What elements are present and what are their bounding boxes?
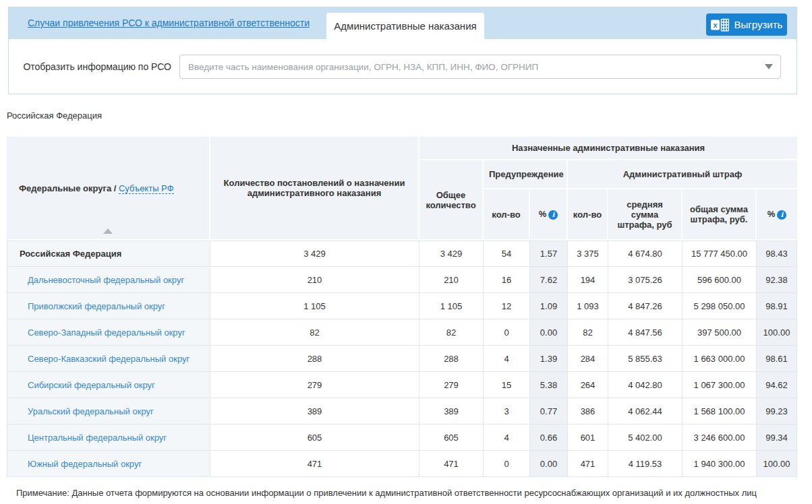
cell-region: Российская Федерация: [7, 241, 210, 267]
cell-fine_pct: 98.91: [757, 293, 797, 319]
svg-text:x: x: [713, 21, 718, 29]
cell-fine_pct: 94.62: [757, 372, 797, 398]
cell-fine_sum: 1 940 300.00: [683, 451, 757, 477]
excel-icon: x: [711, 18, 729, 32]
cell-fine_sum: 1 663 000.00: [683, 346, 757, 372]
cell-fine_avg: 5 402.00: [608, 424, 683, 451]
header-warn-pct: %i: [530, 189, 568, 241]
cell-fine_avg: 3 075.26: [608, 267, 683, 293]
cell-fine_count: 194: [568, 267, 608, 293]
cell-fine_pct: 99.34: [757, 424, 797, 451]
region-link[interactable]: Уральский федеральный округ: [28, 406, 154, 416]
cell-fine_sum: 1 067 300.00: [683, 372, 757, 398]
cell-fine_pct: 100.00: [757, 319, 797, 346]
cell-decrees: 210: [210, 267, 419, 293]
region-link[interactable]: Приволжский федеральный округ: [28, 301, 165, 311]
cell-warn_count: 3: [484, 398, 530, 424]
cell-total: 288: [419, 346, 484, 372]
info-icon[interactable]: i: [777, 210, 786, 220]
table-row: Северо-Западный федеральный округ828200.…: [7, 319, 797, 346]
header-total: Общее количество: [419, 160, 484, 241]
header-fine-avg: средняя сумма штрафа, руб: [608, 189, 683, 241]
cell-total: 210: [419, 267, 484, 293]
cell-region: Дальневосточный федеральный округ: [7, 267, 210, 293]
header-decrees: Количество постановлений о назначении ад…: [210, 137, 419, 241]
cell-fine_sum: 1 568 100.00: [683, 398, 757, 424]
header-fine-pct: %i: [757, 189, 797, 241]
cell-warn_count: 12: [484, 293, 530, 319]
cell-total: 82: [419, 319, 484, 346]
cell-warn_pct: 0.00: [530, 451, 568, 477]
cell-fine_sum: 5 298 050.00: [683, 293, 757, 319]
rso-select: [179, 55, 781, 79]
export-label: Выгрузить: [734, 19, 783, 30]
cell-warn_count: 16: [484, 267, 530, 293]
chevron-down-icon[interactable]: [765, 64, 773, 69]
cell-fine_pct: 98.43: [757, 241, 797, 267]
cell-decrees: 1 105: [210, 293, 419, 319]
cell-warn_count: 15: [484, 372, 530, 398]
cell-fine_count: 601: [568, 424, 608, 451]
region-label: Российская Федерация: [7, 111, 102, 121]
header-warn-count: кол-во: [484, 189, 530, 241]
cell-fine_pct: 99.23: [757, 398, 797, 424]
cell-fine_avg: 5 855.63: [608, 346, 683, 372]
cell-fine_sum: 397 500.00: [683, 319, 757, 346]
cell-decrees: 389: [210, 398, 419, 424]
cell-fine_count: 3 375: [568, 241, 608, 267]
cell-warn_pct: 5.38: [530, 372, 568, 398]
table-row: Приволжский федеральный округ1 1051 1051…: [7, 293, 797, 319]
cell-fine_avg: 4 674.80: [608, 241, 683, 267]
region-link[interactable]: Южный федеральный округ: [28, 459, 142, 469]
header-fine-sum: общая сумма штрафа, руб.: [683, 189, 757, 241]
header-group-warning: Предупреждение: [484, 160, 568, 189]
cell-total: 471: [419, 451, 484, 477]
region-link[interactable]: Дальневосточный федеральный округ: [28, 275, 184, 285]
table-row: Российская Федерация3 4293 429541.573 37…: [7, 241, 797, 267]
table-row: Северо-Кавказский федеральный округ28828…: [7, 346, 797, 372]
table-row: Сибирский федеральный округ279279155.382…: [7, 372, 797, 398]
cell-warn_count: 4: [484, 346, 530, 372]
cell-fine_pct: 98.61: [757, 346, 797, 372]
cell-warn_count: 0: [484, 319, 530, 346]
cell-decrees: 471: [210, 451, 419, 477]
cell-region: Приволжский федеральный округ: [7, 293, 210, 319]
region-link[interactable]: Центральный федеральный округ: [28, 433, 167, 443]
filter-panel: Случаи привлечения РСО к административно…: [8, 7, 797, 94]
sort-asc-icon[interactable]: [103, 228, 113, 234]
cell-fine_count: 386: [568, 398, 608, 424]
cell-region: Северо-Западный федеральный округ: [7, 319, 210, 346]
cell-fine_pct: 92.38: [757, 267, 797, 293]
cell-total: 279: [419, 372, 484, 398]
cell-total: 1 105: [419, 293, 484, 319]
info-icon[interactable]: i: [548, 210, 558, 220]
header-group-penalties: Назначенные административные наказания: [419, 137, 797, 160]
cell-fine_avg: 4 847.56: [608, 319, 683, 346]
export-button[interactable]: x Выгрузить: [706, 13, 787, 36]
tab-cases[interactable]: Случаи привлечения РСО к административно…: [28, 7, 310, 39]
cell-decrees: 279: [210, 372, 419, 398]
region-link[interactable]: Сибирский федеральный округ: [28, 380, 155, 390]
subjects-link[interactable]: Субъекты РФ: [119, 183, 174, 194]
cell-decrees: 288: [210, 346, 419, 372]
cell-region: Северо-Кавказский федеральный округ: [7, 346, 210, 372]
region-link[interactable]: Северо-Западный федеральный округ: [28, 327, 185, 338]
cell-fine_count: 471: [568, 451, 608, 477]
table-row: Уральский федеральный округ38938930.7738…: [7, 398, 797, 424]
region-link[interactable]: Северо-Кавказский федеральный округ: [28, 354, 190, 364]
cell-decrees: 82: [210, 319, 419, 346]
cell-fine_avg: 4 042.80: [608, 372, 683, 398]
cell-warn_pct: 0.00: [530, 319, 568, 346]
cell-total: 3 429: [419, 241, 484, 267]
cell-warn_pct: 1.57: [530, 241, 568, 267]
penalties-table: Федеральные округа / Субъекты РФ Количес…: [7, 137, 797, 477]
cell-warn_count: 0: [484, 451, 530, 477]
cell-fine_count: 264: [568, 372, 608, 398]
rso-search-input[interactable]: [179, 55, 781, 79]
cell-fine_sum: 3 246 600.00: [683, 424, 757, 451]
tab-penalties[interactable]: Административные наказания: [326, 13, 484, 40]
cell-fine_count: 82: [568, 319, 608, 346]
cell-fine_avg: 4 119.53: [608, 451, 683, 477]
cell-fine_sum: 596 600.00: [683, 267, 757, 293]
filter-label: Отобразить информацию по РСО: [9, 55, 179, 79]
